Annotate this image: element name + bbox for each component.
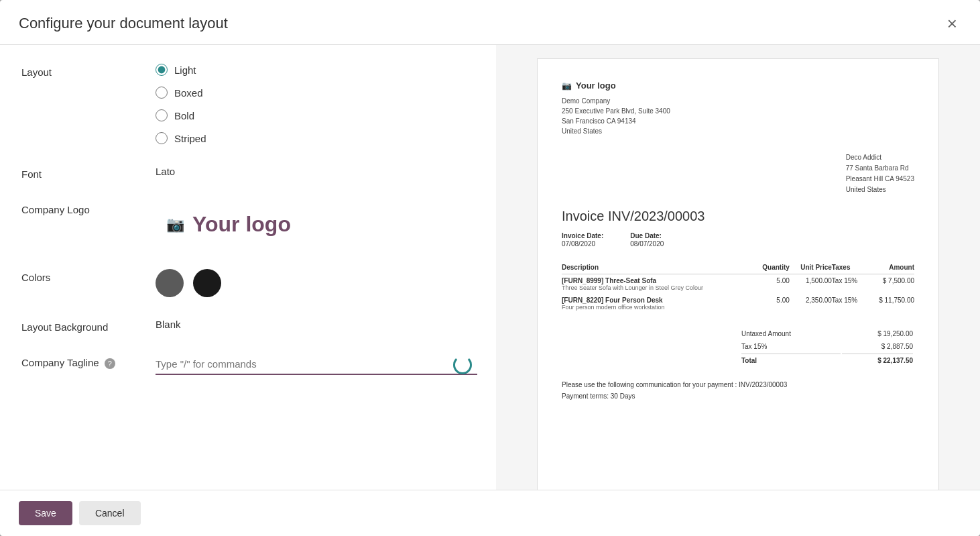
preview-panel: 📷 Your logo Demo Company 250 Executive P… xyxy=(496,45,980,490)
company-country: United States xyxy=(562,126,914,136)
billing-country: United States xyxy=(846,184,914,195)
modal-footer: Save Cancel xyxy=(0,490,980,536)
color-swatch-1[interactable] xyxy=(156,269,184,297)
col-description: Description xyxy=(562,261,753,274)
inv-logo-row: 📷 Your logo xyxy=(562,81,914,91)
color-swatch-2[interactable] xyxy=(193,269,221,297)
billing-name: Deco Addict xyxy=(846,152,914,163)
layout-striped-option[interactable]: Striped xyxy=(156,132,475,144)
colors-control xyxy=(156,269,475,297)
font-row: Font Lato xyxy=(21,166,475,180)
inv-camera-icon: 📷 xyxy=(562,81,572,91)
invoice-title: Invoice INV/2023/00003 xyxy=(562,209,914,224)
invoice-preview: 📷 Your logo Demo Company 250 Executive P… xyxy=(537,58,939,490)
layout-striped-label: Striped xyxy=(174,133,206,144)
col-quantity: Quantity xyxy=(753,261,790,274)
invoice-meta: Invoice Date: 07/08/2020 Due Date: 08/07… xyxy=(562,232,914,248)
loading-spinner xyxy=(453,356,472,374)
item-qty: 5.00 xyxy=(753,274,790,294)
layout-boxed-option[interactable]: Boxed xyxy=(156,87,475,99)
layout-bold-option[interactable]: Bold xyxy=(156,109,475,121)
due-date-value: 08/07/2020 xyxy=(630,240,664,248)
item-sub-desc: Three Seater Sofa with Lounger in Steel … xyxy=(562,284,753,291)
layout-options: Light Boxed Bold xyxy=(156,64,475,144)
layout-striped-radio[interactable] xyxy=(156,132,168,144)
invoice-date-label: Invoice Date: xyxy=(562,232,603,239)
company-logo-label: Company Logo xyxy=(21,201,156,215)
form-panel: Layout Light Boxed xyxy=(0,45,496,490)
company-address: Demo Company 250 Executive Park Blvd, Su… xyxy=(562,96,914,136)
layout-light-label: Light xyxy=(174,64,196,76)
layout-boxed-radio[interactable] xyxy=(156,87,168,99)
layout-bold-label: Bold xyxy=(174,110,194,121)
item-taxes: Tax 15% xyxy=(832,294,867,313)
item-price: 2,350.00 xyxy=(790,294,832,313)
billing-address2: Pleasant Hill CA 94523 xyxy=(846,174,914,184)
untaxed-row: Untaxed Amount $ 19,250.00 xyxy=(741,328,913,339)
close-button[interactable]: × xyxy=(943,13,961,34)
table-row: [FURN_8999] Three-Seat Sofa Three Seater… xyxy=(562,274,914,294)
layout-background-row: Layout Background Blank xyxy=(21,319,475,333)
camera-icon: 📷 xyxy=(166,216,184,233)
company-address2: San Francisco CA 94134 xyxy=(562,116,914,126)
total-row: Total $ 22,137.50 xyxy=(741,354,913,366)
item-amount: $ 11,750.00 xyxy=(867,294,914,313)
logo-area[interactable]: 📷 Your logo xyxy=(156,201,475,248)
payment-note: Please use the following communication f… xyxy=(562,381,914,388)
layout-label: Layout xyxy=(21,64,156,78)
item-amount: $ 7,500.00 xyxy=(867,274,914,294)
invoice-table: Description Quantity Unit Price Taxes Am… xyxy=(562,261,914,313)
due-date-item: Due Date: 08/07/2020 xyxy=(630,232,664,248)
item-name: [FURN_8220] Four Person Desk xyxy=(562,297,753,304)
company-address1: 250 Executive Park Blvd, Suite 3400 xyxy=(562,106,914,116)
col-taxes: Taxes xyxy=(832,261,867,274)
untaxed-value: $ 19,250.00 xyxy=(842,328,913,339)
item-taxes: Tax 15% xyxy=(832,274,867,294)
layout-background-control: Blank xyxy=(156,319,475,331)
modal-overlay: Configure your document layout × Layout … xyxy=(0,0,980,536)
untaxed-label: Untaxed Amount xyxy=(741,328,841,339)
layout-light-option[interactable]: Light xyxy=(156,64,475,76)
billing-section: Deco Addict 77 Santa Barbara Rd Pleasant… xyxy=(562,152,914,195)
font-control: Lato xyxy=(156,166,475,178)
layout-light-radio[interactable] xyxy=(156,64,168,76)
payment-terms: Payment terms: 30 Days xyxy=(562,392,914,400)
total-label: Total xyxy=(741,354,841,366)
tagline-wrapper xyxy=(156,354,477,375)
logo-text: Your logo xyxy=(192,212,291,237)
inv-logo-text: Your logo xyxy=(576,81,616,91)
configure-layout-modal: Configure your document layout × Layout … xyxy=(0,0,980,536)
item-desc-cell: [FURN_8999] Three-Seat Sofa Three Seater… xyxy=(562,274,753,294)
billing-address: Deco Addict 77 Santa Barbara Rd Pleasant… xyxy=(846,152,914,195)
tagline-control xyxy=(156,354,477,375)
font-label: Font xyxy=(21,166,156,180)
col-unit-price: Unit Price xyxy=(790,261,832,274)
totals-section: Untaxed Amount $ 19,250.00 Tax 15% $ 2,8… xyxy=(562,327,914,368)
invoice-date-item: Invoice Date: 07/08/2020 xyxy=(562,232,603,248)
layout-background-value: Blank xyxy=(156,319,181,330)
layout-background-label: Layout Background xyxy=(21,319,156,333)
cancel-button[interactable]: Cancel xyxy=(79,501,141,525)
billing-address1: 77 Santa Barbara Rd xyxy=(846,163,914,174)
colors-area xyxy=(156,269,475,297)
item-name: [FURN_8999] Three-Seat Sofa xyxy=(562,277,753,284)
item-price: 1,500.00 xyxy=(790,274,832,294)
company-logo-row: Company Logo 📷 Your logo xyxy=(21,201,475,248)
layout-row: Layout Light Boxed xyxy=(21,64,475,144)
tax-value: $ 2,887.50 xyxy=(842,341,913,352)
company-name: Demo Company xyxy=(562,96,914,106)
tax-row: Tax 15% $ 2,887.50 xyxy=(741,341,913,352)
radio-group: Light Boxed Bold xyxy=(156,64,475,144)
layout-bold-radio[interactable] xyxy=(156,109,168,121)
modal-title: Configure your document layout xyxy=(19,15,228,32)
item-sub-desc: Four person modern office workstation xyxy=(562,304,753,311)
modal-header: Configure your document layout × xyxy=(0,0,980,45)
item-desc-cell: [FURN_8220] Four Person Desk Four person… xyxy=(562,294,753,313)
table-row: [FURN_8220] Four Person Desk Four person… xyxy=(562,294,914,313)
tagline-input[interactable] xyxy=(156,354,477,375)
help-icon[interactable]: ? xyxy=(105,358,115,369)
total-value: $ 22,137.50 xyxy=(842,354,913,366)
font-value: Lato xyxy=(156,166,175,177)
save-button[interactable]: Save xyxy=(19,501,72,525)
colors-label: Colors xyxy=(21,269,156,283)
